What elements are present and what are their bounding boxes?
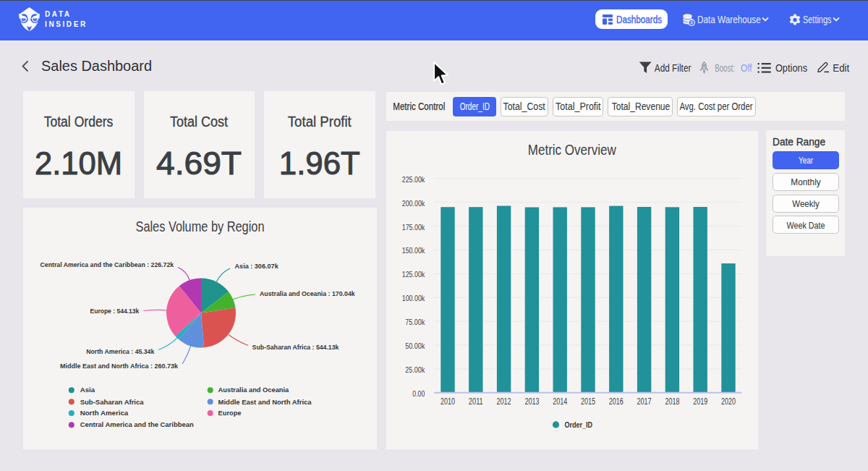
svg-text:2018: 2018 (665, 396, 679, 407)
svg-text:Avg. Cost per Order: Avg. Cost per Order (679, 101, 752, 112)
svg-text:Central America and the Caribb: Central America and the Caribbean (80, 421, 194, 428)
svg-text:Sub-Saharan Africa : 544.13k: Sub-Saharan Africa : 544.13k (252, 344, 340, 351)
svg-text:Total Profit: Total Profit (288, 114, 352, 130)
svg-text:Add Filter: Add Filter (655, 61, 692, 74)
svg-text:Order_ID: Order_ID (460, 101, 490, 112)
svg-text:2010: 2010 (441, 396, 455, 407)
svg-text:2017: 2017 (637, 396, 652, 407)
svg-text:Europe : 544.13k: Europe : 544.13k (90, 307, 140, 315)
svg-text:200.00k: 200.00k (402, 200, 425, 208)
svg-text:Sub-Saharan Africa: Sub-Saharan Africa (80, 399, 145, 406)
svg-text:Metric Overview: Metric Overview (528, 142, 617, 158)
svg-text:1.96T: 1.96T (279, 145, 360, 182)
svg-text:Asia : 306.07k: Asia : 306.07k (235, 263, 279, 270)
svg-text:Total Cost: Total Cost (170, 114, 229, 130)
svg-text:Order_ID: Order_ID (564, 420, 592, 429)
svg-text:Week Date: Week Date (786, 220, 825, 231)
svg-text:Asia: Asia (80, 386, 95, 394)
svg-text:INSIDER: INSIDER (45, 20, 88, 28)
svg-text:Middle East and North Africa: Middle East and North Africa (218, 399, 312, 406)
svg-text:Australia and Oceania: Australia and Oceania (218, 386, 290, 394)
svg-text:Total Orders: Total Orders (44, 114, 114, 130)
svg-text:Sales Volume by Region: Sales Volume by Region (136, 218, 265, 234)
svg-text:Weekly: Weekly (792, 198, 820, 209)
svg-text:2014: 2014 (553, 396, 567, 407)
svg-text:Dashboards: Dashboards (616, 14, 662, 25)
svg-text:150.00k: 150.00k (402, 247, 425, 255)
svg-text:Total_Revenue: Total_Revenue (612, 101, 671, 112)
svg-text:Data Warehouse: Data Warehouse (697, 14, 761, 25)
svg-text:2020: 2020 (721, 396, 736, 407)
svg-text:Middle East and North Africa :: Middle East and North Africa : 260.73k (60, 362, 179, 370)
svg-text:North America : 45.34k: North America : 45.34k (86, 348, 155, 355)
svg-text:Options: Options (775, 61, 807, 74)
svg-text:Settings: Settings (803, 14, 832, 25)
svg-text:Total_Profit: Total_Profit (556, 101, 601, 112)
svg-text:Date Range: Date Range (773, 136, 825, 148)
svg-text:2015: 2015 (581, 396, 595, 407)
svg-text:Sales Dashboard: Sales Dashboard (41, 57, 152, 74)
svg-text:2012: 2012 (497, 396, 511, 407)
svg-text:Edit: Edit (833, 61, 850, 74)
svg-text:100.00k: 100.00k (402, 294, 425, 302)
svg-text:2.10M: 2.10M (35, 145, 122, 182)
svg-text:225.00k: 225.00k (402, 176, 425, 184)
svg-text:2011: 2011 (469, 396, 483, 407)
svg-text:Monthly: Monthly (791, 177, 821, 187)
svg-text:Australia and Oceania : 170.04: Australia and Oceania : 170.04k (260, 290, 356, 297)
svg-text:125.00k: 125.00k (402, 271, 425, 279)
svg-text:2016: 2016 (609, 396, 624, 407)
svg-text:175.00k: 175.00k (402, 224, 425, 232)
svg-text:Central America and the Caribb: Central America and the Caribbean : 226.… (41, 261, 174, 268)
svg-text:2013: 2013 (524, 396, 539, 407)
svg-text:50.00k: 50.00k (405, 342, 425, 350)
svg-text:4.69T: 4.69T (156, 145, 242, 182)
svg-text:DATA: DATA (45, 10, 72, 18)
svg-text:Total_Cost: Total_Cost (503, 101, 545, 112)
svg-text:Off: Off (741, 61, 752, 74)
svg-text:0.00: 0.00 (412, 390, 425, 398)
svg-text:75.00k: 75.00k (405, 318, 425, 326)
svg-text:North America: North America (80, 410, 129, 417)
svg-text:Metric Control: Metric Control (393, 101, 445, 112)
svg-text:2019: 2019 (693, 396, 707, 407)
svg-text:Europe: Europe (218, 410, 242, 417)
svg-text:Boost:: Boost: (715, 61, 735, 74)
svg-text:25.00k: 25.00k (405, 366, 425, 374)
svg-text:Year: Year (799, 155, 813, 166)
